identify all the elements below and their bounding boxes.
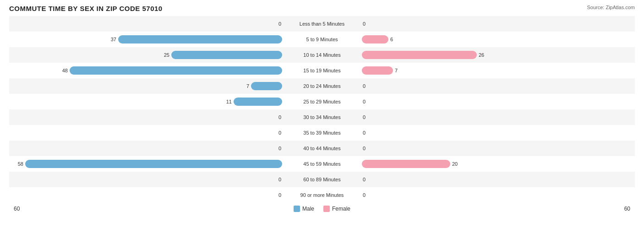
row-label: 40 to 44 Minutes [284,146,360,151]
row-label: 5 to 9 Minutes [284,37,360,42]
right-section: 0 [360,172,635,187]
bar-row: 0 30 to 34 Minutes 0 [9,109,635,125]
right-section: 0 [360,141,635,156]
row-label: 10 to 14 Minutes [284,52,360,58]
left-section: 7 [9,78,284,94]
chart-title: COMMUTE TIME BY SEX IN ZIP CODE 57010 [9,5,163,12]
right-section: 20 [360,156,635,172]
female-zero: 0 [363,146,372,151]
male-bar [234,98,282,106]
bar-row: 0 35 to 39 Minutes 0 [9,125,635,141]
male-bar [118,35,282,43]
male-value: 25 [160,52,169,58]
right-section: 0 [360,16,635,32]
right-section: 0 [360,94,635,109]
row-label: 60 to 89 Minutes [284,177,360,182]
female-value: 7 [395,68,404,73]
right-section: 7 [360,63,635,78]
bar-row: 0 90 or more Minutes 0 [9,187,635,203]
male-zero: 0 [272,177,281,182]
left-section: 0 [9,172,284,187]
row-label: 25 to 29 Minutes [284,99,360,104]
right-section: 0 [360,187,635,203]
legend-male: Male [294,206,314,212]
left-section: 0 [9,16,284,32]
male-value: 48 [59,68,68,73]
male-zero: 0 [272,21,281,27]
bar-row: 25 10 to 14 Minutes 26 [9,47,635,63]
female-value: 6 [390,37,399,42]
left-section: 48 [9,63,284,78]
left-section: 0 [9,141,284,156]
bar-row: 37 5 to 9 Minutes 6 [9,32,635,47]
axis-right-label: 60 [624,206,630,212]
male-bar [25,160,282,168]
row-label: 30 to 34 Minutes [284,114,360,120]
female-zero: 0 [363,130,372,136]
female-zero: 0 [363,114,372,120]
legend-items: Male Female [294,206,350,212]
legend-male-label: Male [302,206,314,212]
male-zero: 0 [272,146,281,151]
female-value: 20 [452,161,461,167]
female-zero: 0 [363,177,372,182]
bar-row: 11 25 to 29 Minutes 0 [9,94,635,109]
bars-area: 0 Less than 5 Minutes 0 37 5 to 9 Minute… [9,16,635,203]
row-label: 15 to 19 Minutes [284,68,360,73]
bar-row: 58 45 to 59 Minutes 20 [9,156,635,172]
male-bar [171,51,282,59]
right-section: 0 [360,109,635,125]
bar-row: 0 60 to 89 Minutes 0 [9,172,635,187]
bar-row: 48 15 to 19 Minutes 7 [9,63,635,78]
right-section: 6 [360,32,635,47]
row-label: Less than 5 Minutes [284,21,360,27]
left-section: 0 [9,109,284,125]
bar-row: 0 40 to 44 Minutes 0 [9,141,635,156]
row-label: 90 or more Minutes [284,192,360,198]
row-label: 45 to 59 Minutes [284,161,360,167]
left-section: 11 [9,94,284,109]
female-bar [362,66,393,75]
male-bar [251,82,282,90]
row-label: 20 to 24 Minutes [284,83,360,89]
title-row: COMMUTE TIME BY SEX IN ZIP CODE 57010 So… [9,5,635,12]
female-bar [362,160,450,168]
left-section: 0 [9,125,284,141]
male-zero: 0 [272,130,281,136]
male-zero: 0 [272,114,281,120]
legend-female-label: Female [332,206,350,212]
legend-area: 60 Male Female 60 [9,206,635,212]
left-section: 0 [9,187,284,203]
left-section: 37 [9,32,284,47]
bar-row: 7 20 to 24 Minutes 0 [9,78,635,94]
left-section: 58 [9,156,284,172]
male-value: 11 [223,99,232,104]
left-section: 25 [9,47,284,63]
legend-female-box [323,206,330,212]
female-value: 26 [479,52,488,58]
axis-left-label: 60 [14,206,20,212]
right-section: 26 [360,47,635,63]
male-zero: 0 [272,192,281,198]
chart-container: COMMUTE TIME BY SEX IN ZIP CODE 57010 So… [0,0,644,239]
female-bar [362,51,477,59]
legend-male-box [294,206,300,212]
male-bar [70,66,282,75]
male-value: 7 [240,83,249,89]
female-zero: 0 [363,99,372,104]
row-label: 35 to 39 Minutes [284,130,360,136]
female-zero: 0 [363,83,372,89]
legend-female: Female [323,206,350,212]
source-text: Source: ZipAtlas.com [587,5,635,10]
female-bar [362,35,388,43]
male-value: 58 [14,161,23,167]
right-section: 0 [360,78,635,94]
right-section: 0 [360,125,635,141]
female-zero: 0 [363,21,372,27]
male-value: 37 [107,37,116,42]
female-zero: 0 [363,192,372,198]
bar-row: 0 Less than 5 Minutes 0 [9,16,635,32]
